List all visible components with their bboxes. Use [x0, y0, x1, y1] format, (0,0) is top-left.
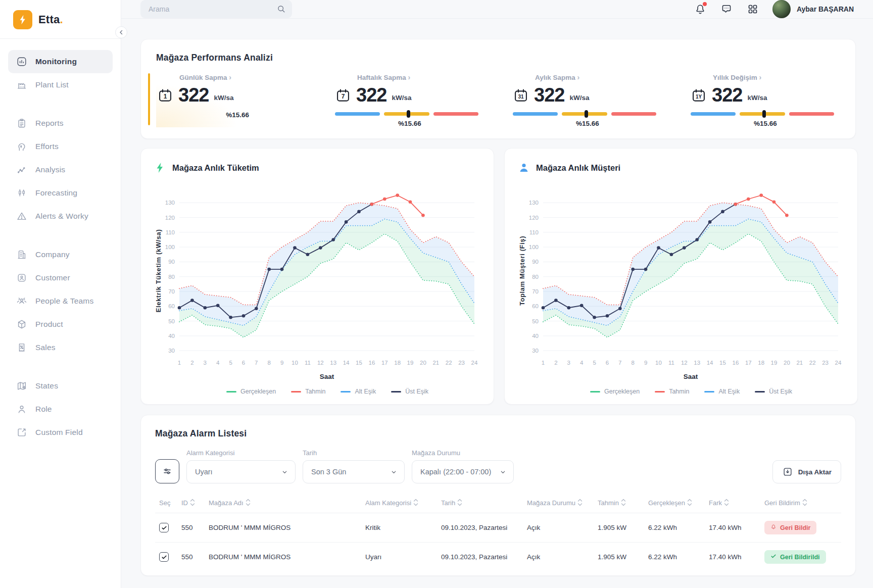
- svg-text:Saat: Saat: [684, 373, 698, 380]
- svg-text:100: 100: [165, 244, 175, 250]
- filter-status-select[interactable]: Kapalı (22:00 - 07:00): [412, 460, 514, 483]
- column-header-ma-aza-durumu[interactable]: Mağaza Durumu: [523, 494, 594, 513]
- svg-text:18: 18: [394, 360, 401, 366]
- kpi-y-ll-k-de-i-im[interactable]: Yıllık Değişim › 1Y 322 kW/sa %15.66: [690, 72, 840, 127]
- customer-icon: [16, 272, 27, 283]
- brand-logo-icon: [13, 10, 32, 29]
- sidebar-collapse-button[interactable]: [115, 26, 127, 38]
- svg-text:110: 110: [166, 229, 175, 235]
- svg-text:16: 16: [369, 360, 375, 366]
- analysis-icon: [16, 164, 27, 175]
- svg-text:60: 60: [532, 303, 539, 309]
- kpi-g-nl-k-sapma[interactable]: Günlük Sapma › 1 322 kW/sa %15.66: [156, 72, 307, 127]
- kpi-unit: kW/sa: [392, 94, 411, 102]
- kpi-unit: kW/sa: [569, 94, 589, 102]
- select-value: Son 3 Gün: [311, 468, 346, 476]
- sidebar-item-efforts[interactable]: Efforts: [8, 135, 113, 158]
- notifications-button[interactable]: [694, 3, 707, 16]
- chevron-right-icon: ›: [408, 73, 411, 81]
- chevron-down-icon: [391, 469, 397, 475]
- column-header-ma-aza-ad[interactable]: Mağaza Adı: [205, 494, 361, 513]
- sidebar-item-label: People & Teams: [35, 297, 93, 306]
- column-header-id[interactable]: ID: [177, 494, 205, 513]
- topbar: Aybar BAŞARAN: [121, 0, 873, 19]
- sidebar-item-label: Reports: [35, 119, 64, 128]
- sidebar-item-forecasting[interactable]: Forecasting: [8, 181, 113, 205]
- cell-actual: 6.22 kWh: [644, 513, 705, 543]
- legend-item-st-e-ik: Üst Eşik: [755, 388, 792, 395]
- filter-label: Tarih: [303, 449, 405, 457]
- role-icon: [16, 404, 27, 415]
- cell-store: BODRUM ' MMM MİGROS: [205, 543, 361, 572]
- sidebar-item-monitoring[interactable]: Monitoring: [8, 50, 113, 73]
- sidebar-item-label: Forecasting: [35, 188, 77, 198]
- svg-text:6: 6: [606, 360, 609, 366]
- gauge-mid-segment: [740, 112, 785, 116]
- sidebar: Etta. Monitoring Plant List Reports Effo…: [0, 0, 121, 588]
- sidebar-item-people-teams[interactable]: People & Teams: [8, 289, 113, 313]
- sidebar-item-customer[interactable]: Customer: [8, 266, 113, 289]
- sidebar-item-plant-list[interactable]: Plant List: [8, 73, 113, 96]
- legend-item-st-e-ik: Üst Eşik: [391, 388, 428, 395]
- sidebar-item-custom-field[interactable]: Custom Field: [8, 421, 113, 444]
- kpi-row: Günlük Sapma › 1 322 kW/sa %15.66 Haftal…: [156, 72, 840, 127]
- column-header-fark[interactable]: Fark: [705, 494, 760, 513]
- sidebar-item-states[interactable]: States: [8, 374, 113, 398]
- table-row: 550 BODRUM ' MMM MİGROS Kritik 09.10.202…: [155, 513, 841, 543]
- cell-date: 09.10.2023, Pazartesi: [437, 543, 523, 572]
- svg-text:9: 9: [644, 360, 647, 366]
- sidebar-item-role[interactable]: Role: [8, 398, 113, 421]
- messages-button[interactable]: [720, 3, 733, 16]
- user-menu[interactable]: Aybar BAŞARAN: [772, 0, 854, 18]
- sidebar-item-product[interactable]: Product: [8, 313, 113, 336]
- gauge-marker: [407, 110, 410, 118]
- column-header-ger-ekle-en[interactable]: Gerçekleşen: [644, 494, 705, 513]
- filter-date-select[interactable]: Son 3 Gün: [303, 460, 405, 483]
- sidebar-item-company[interactable]: Company: [8, 243, 113, 266]
- row-checkbox[interactable]: [159, 523, 169, 532]
- alarm-table: SeçIDMağaza AdıAlam KategorisiTarihMağaz…: [155, 494, 841, 571]
- filter-settings-button[interactable]: [155, 459, 179, 483]
- column-header-geri-bildirim[interactable]: Geri Bildirim: [760, 494, 841, 513]
- feedback-button[interactable]: Geri Bildir: [764, 521, 816, 534]
- kpi-deviation-pct: %15.66: [335, 120, 484, 127]
- forecasting-icon: [16, 187, 27, 199]
- cell-status: Açık: [523, 543, 594, 572]
- legend-swatch-icon: [590, 391, 600, 393]
- legend-swatch-icon: [341, 391, 351, 393]
- sidebar-item-alerts-worky[interactable]: Alerts & Worky: [8, 205, 113, 228]
- custom-field-icon: [16, 427, 27, 438]
- apps-grid-button[interactable]: [746, 3, 759, 16]
- gauge-mid-segment: [384, 112, 429, 116]
- sidebar-item-sales[interactable]: Sales: [8, 336, 113, 359]
- sidebar-item-label: Company: [35, 250, 70, 259]
- svg-text:22: 22: [809, 360, 816, 366]
- column-header-tahmin[interactable]: Tahmin: [594, 494, 644, 513]
- cell-actual: 6.22 kWh: [644, 543, 705, 572]
- export-button[interactable]: Dışa Aktar: [772, 460, 841, 483]
- filter-category-select[interactable]: Uyarı: [186, 460, 296, 483]
- sidebar-item-reports[interactable]: Reports: [8, 112, 113, 135]
- svg-text:3: 3: [567, 360, 570, 366]
- kpi-ayl-k-sapma[interactable]: Aylık Sapma › 31 322 kW/sa %15.66: [512, 72, 662, 127]
- kpi-haftal-k-sapma[interactable]: Haftalık Sapma › 7 322 kW/sa %15.66: [334, 72, 484, 127]
- kpi-value: 322: [178, 84, 209, 106]
- column-header-tarih[interactable]: Tarih: [437, 494, 523, 513]
- sidebar-item-label: Analysis: [35, 165, 65, 174]
- sidebar-item-analysis[interactable]: Analysis: [8, 158, 113, 181]
- sidebar-item-label: Monitoring: [35, 57, 77, 66]
- alarm-table-body: 550 BODRUM ' MMM MİGROS Kritik 09.10.202…: [155, 513, 841, 572]
- svg-text:4: 4: [216, 360, 220, 366]
- alerts-icon: [16, 211, 27, 222]
- cell-feedback: Geri Bildirildi: [760, 543, 841, 572]
- column-header-alam-kategorisi[interactable]: Alam Kategorisi: [361, 494, 437, 513]
- row-checkbox[interactable]: [159, 552, 169, 562]
- search-input[interactable]: [140, 0, 292, 18]
- svg-text:130: 130: [529, 200, 539, 206]
- svg-text:15: 15: [719, 360, 726, 366]
- svg-text:1: 1: [164, 93, 167, 100]
- sidebar-menu: Monitoring Plant List Reports Efforts An…: [0, 39, 121, 470]
- svg-text:5: 5: [229, 360, 232, 366]
- legend-item-tahmin: Tahmin: [291, 388, 325, 395]
- chart-legend: Gerçekleşen Tahmin Alt Eşik Üst Eşik: [518, 388, 844, 395]
